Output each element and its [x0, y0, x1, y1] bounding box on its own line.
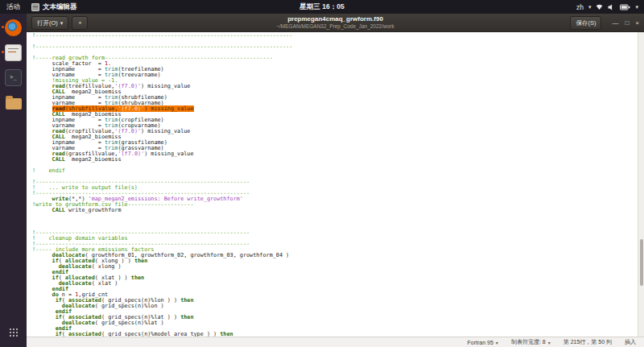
plus-icon: + [78, 19, 81, 27]
save-button-label: 保存(S) [576, 19, 596, 27]
terminal-icon: >_ [5, 69, 22, 86]
volume-icon [608, 4, 615, 10]
running-indicator [2, 26, 4, 28]
input-method-indicator[interactable]: zh [576, 3, 584, 11]
tab-width-caret-icon: ▾ [548, 340, 551, 345]
battery-icon [620, 4, 630, 10]
dock-item-terminal[interactable]: >_ [3, 68, 24, 87]
cursor-position-label: 第 215行，第 50 列 [564, 338, 612, 346]
text-editor-icon [5, 44, 22, 61]
code-line[interactable] [32, 163, 638, 168]
app-grid-icon [9, 328, 19, 337]
focused-app-menu[interactable]: 文本编辑器 [31, 2, 77, 12]
code-line[interactable]: deallocate( grid_specs(n)%lon ) [32, 304, 638, 309]
top-bar: 活动 文本编辑器 星期三 16：05 zh ▾ ▾ [0, 0, 644, 14]
new-tab-button[interactable]: + [72, 16, 88, 30]
scrollbar-thumb[interactable] [640, 239, 643, 286]
clock[interactable]: 星期三 16：05 [299, 2, 344, 12]
vertical-scrollbar[interactable] [638, 32, 644, 337]
code-line[interactable]: CALL write_growthform [32, 208, 638, 213]
code-line[interactable] [32, 213, 638, 219]
code-line[interactable]: !-----read growth form------------------… [32, 56, 638, 61]
dock-item-files[interactable] [3, 93, 24, 112]
code-line[interactable]: deallocate( xlong ) [32, 264, 638, 270]
system-tray[interactable]: zh ▾ ▾ [576, 3, 638, 11]
code-line[interactable]: ! endif [32, 168, 638, 174]
headerbar-right: 保存(S) — □ × [570, 16, 639, 30]
tab-width-selector[interactable]: 制表符宽度: 8 ▾ [511, 338, 551, 346]
title-block: prepmegan4cmaq_grwform.f90 ~/MEGAN/MEGAN… [276, 15, 394, 29]
statusbar: Fortran 95 ▾ 制表符宽度: 8 ▾ 第 215行，第 50 列 插入 [27, 337, 644, 347]
save-button[interactable]: 保存(S) [570, 16, 601, 30]
open-caret-icon: ▾ [60, 19, 64, 27]
open-button[interactable]: 打开(O) ▾ [31, 16, 68, 30]
network-icon [596, 4, 603, 10]
window-subtitle-path: ~/MEGAN/MEGAN32_Prep_Code_Jan_2022/work [276, 23, 394, 29]
dock: >_ [0, 14, 27, 347]
code-line[interactable]: !---------------------------------------… [32, 33, 638, 39]
code-line[interactable]: if( allocated( xlat ) ) then [32, 275, 638, 281]
code-line[interactable]: if( allocated( xlong ) ) then [32, 258, 638, 264]
code-line[interactable]: CALL megan2_bioemiss [32, 157, 638, 163]
code-line[interactable]: read(grassfillvalue,'(f7.0)') missing_va… [32, 151, 638, 157]
firefox-icon [5, 19, 22, 36]
text-editor-window: 打开(O) ▾ + prepmegan4cmaq_grwform.f90 ~/M… [27, 14, 644, 347]
open-button-label: 打开(O) [37, 19, 58, 27]
dock-item-firefox[interactable] [3, 18, 24, 37]
show-applications-button[interactable] [3, 323, 24, 342]
tab-width-label: 制表符宽度: 8 [511, 338, 546, 346]
desktop: 活动 文本编辑器 星期三 16：05 zh ▾ ▾ >_ [0, 0, 644, 347]
code-line[interactable]: !---------------------------------------… [32, 44, 638, 50]
code-line[interactable]: deallocate( grid_specs(n)%lat ) [32, 320, 638, 326]
window-controls: — □ × [612, 19, 639, 27]
window-title: prepmegan4cmaq_grwform.f90 [276, 15, 394, 23]
code-line[interactable]: if( associated( grid_specs(n)%model_area… [32, 332, 638, 337]
code-line[interactable]: endif [32, 287, 638, 292]
code-line[interactable]: read(treefillvalue,'(f7.0)') missing_val… [32, 84, 638, 89]
focused-app-name: 文本编辑器 [43, 2, 77, 12]
minimize-button[interactable]: — [612, 19, 618, 27]
running-indicator [2, 51, 4, 53]
maximize-button[interactable]: □ [625, 19, 629, 27]
insert-mode-indicator: 插入 [625, 338, 636, 346]
code-line[interactable]: read(cropfillvalue,'(f7.0)') missing_val… [32, 129, 638, 134]
code-line[interactable]: deallocate( xlat ) [32, 281, 638, 287]
code-line[interactable]: read(shrubfillvalue,'(f7.0)') missing_va… [32, 106, 638, 112]
system-menu-caret-icon: ▾ [635, 4, 638, 10]
language-selector[interactable]: Fortran 95 ▾ [468, 340, 498, 345]
close-button[interactable]: × [635, 19, 639, 27]
input-caret-icon: ▾ [588, 4, 592, 10]
cursor-position[interactable]: 第 215行，第 50 列 [564, 338, 612, 346]
code-line[interactable]: varname = trim(treevarname) [32, 72, 638, 78]
language-caret-icon: ▾ [496, 340, 498, 345]
activities-button[interactable]: 活动 [6, 2, 20, 12]
code-line[interactable] [32, 219, 638, 225]
code-lines[interactable]: !---------------------------------------… [32, 33, 638, 337]
files-folder-icon [6, 98, 22, 109]
text-editor-app-icon [31, 3, 39, 11]
code-line[interactable]: !write to growthform.csv file-----------… [32, 202, 638, 208]
dock-item-text-editor[interactable] [3, 43, 24, 62]
language-label: Fortran 95 [468, 340, 493, 345]
insert-mode-label: 插入 [625, 338, 636, 346]
headerbar: 打开(O) ▾ + prepmegan4cmaq_grwform.f90 ~/M… [27, 14, 644, 32]
editor-viewport[interactable]: !---------------------------------------… [27, 32, 644, 337]
